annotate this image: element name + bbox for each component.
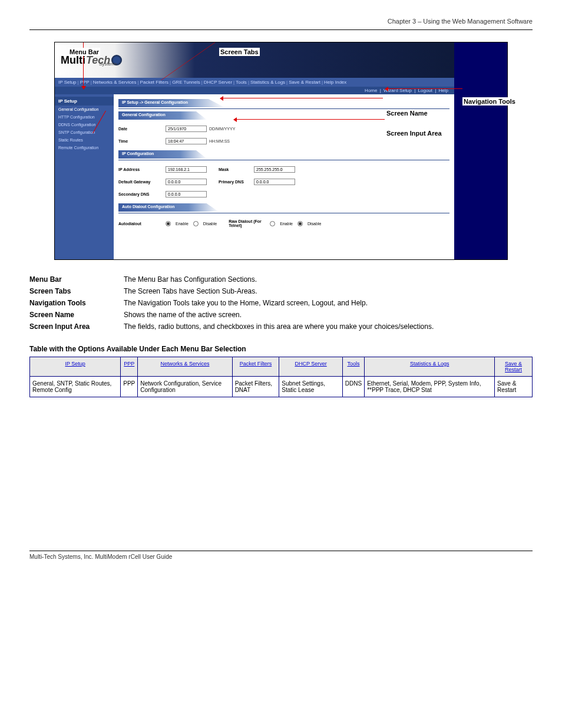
sdns-input[interactable] <box>166 191 207 197</box>
screenshot-panel: Multi Tech Systems IP Setup| PPP| Networ… <box>54 42 508 260</box>
table-header: Tools <box>342 357 364 377</box>
ip-input[interactable] <box>166 166 207 173</box>
overlay-navtools: Navigation Tools <box>462 97 517 106</box>
config-table: IP Setup PPP Networks & Services Packet … <box>29 357 533 397</box>
nav-item[interactable]: Networks & Services <box>93 80 137 85</box>
date-label: Date <box>118 127 166 131</box>
nav-item[interactable]: DHCP Server <box>204 80 232 85</box>
nav-item[interactable]: GRE Tunnels <box>172 80 200 85</box>
nav-item[interactable]: Packet Filters <box>140 80 168 85</box>
arrow-icon <box>386 88 462 89</box>
auto-enable-radio[interactable] <box>166 221 171 226</box>
ip-label: IP Address <box>118 167 166 172</box>
pdns-label: Primary DNS <box>219 180 254 184</box>
caption-label: Screen Input Area <box>29 322 124 331</box>
subnav-home[interactable]: Home <box>365 88 377 93</box>
time-label: Time <box>118 139 166 143</box>
menu-bar[interactable]: IP Setup| PPP| Networks & Services| Pack… <box>55 78 454 87</box>
overlay-screentabs: Screen Tabs <box>219 48 260 56</box>
time-hint: HH:MM:SS <box>209 139 230 143</box>
sidebar-item[interactable]: DDNS Configuration <box>55 121 114 129</box>
table-cell: General, SNTP, Static Routes, Remote Con… <box>30 377 121 397</box>
gw-input[interactable] <box>166 179 207 185</box>
date-input[interactable] <box>166 126 207 132</box>
table-header: PPP <box>121 357 138 377</box>
logo-systems: Systems <box>99 61 117 67</box>
caption-label: Screen Name <box>29 311 124 319</box>
table-cell: Subnet Settings, Static Lease <box>279 377 343 397</box>
caption-label: Menu Bar <box>29 275 124 284</box>
disable-text: Disable <box>203 222 217 226</box>
caption-label: Navigation Tools <box>29 299 124 307</box>
date-hint: DD/MM/YYYY <box>209 127 235 131</box>
table-cell: PPP <box>121 377 138 397</box>
sidebar-item[interactable]: Static Routes <box>55 136 114 144</box>
auto-disable-radio[interactable] <box>193 221 199 226</box>
caption-label: Screen Tabs <box>29 287 124 295</box>
screen-name: IP Setup -> General Configuration <box>118 99 224 107</box>
table-header: IP Setup <box>30 357 121 377</box>
table-cell: DDNS <box>342 377 364 397</box>
mask-input[interactable] <box>254 166 295 173</box>
overlay-inputarea: Screen Input Area <box>385 129 443 137</box>
table-header: Save & Restart <box>495 357 533 377</box>
auto-label: Autodialout <box>118 222 166 226</box>
overlay-menubar: Menu Bar <box>68 48 100 56</box>
nav-item[interactable]: Save & Restart <box>289 80 320 85</box>
table-cell: Ethernet, Serial, Modem, PPP, System Inf… <box>365 377 495 397</box>
right-panel <box>454 42 507 259</box>
nav-item[interactable]: PPP <box>80 80 90 85</box>
raw-disable-radio[interactable] <box>297 221 303 226</box>
gw-label: Default Gateway <box>118 180 166 184</box>
section-header-auto: Auto Dialout Configuration <box>118 203 219 212</box>
section-header-general: General Configuration <box>118 111 207 120</box>
table-cell: Packet Filters, DNAT <box>232 377 279 397</box>
overlay-screenname: Screen Name <box>385 109 429 117</box>
raw-enable-radio[interactable] <box>270 221 275 226</box>
sdns-label: Secondary DNS <box>118 192 166 196</box>
table-cell: Save & Restart <box>495 377 533 397</box>
sidebar-item[interactable]: HTTP Configuration <box>55 113 114 121</box>
navigation-tools: Home | Wizard Setup | Logout | Help <box>55 87 454 94</box>
captions: Menu BarThe Menu Bar has Configuration S… <box>29 275 533 331</box>
disable-text2: Disable <box>308 222 321 226</box>
raw-label: Raw Dialout (For Telnet) <box>229 219 270 228</box>
arrow-icon <box>221 98 383 98</box>
caption-text: The Menu Bar has Configuration Sections. <box>124 275 533 284</box>
page-header: Chapter 3 – Using the Web Management Sof… <box>29 18 533 25</box>
nav-item[interactable]: Tools <box>236 80 247 85</box>
table-header: DHCP Server <box>279 357 343 377</box>
arrow-icon <box>234 119 385 120</box>
caption-text: The Screen Tabs have Section Sub-Areas. <box>124 287 533 295</box>
enable-text2: Enable <box>280 222 293 226</box>
nav-item[interactable]: Help Index <box>324 80 346 85</box>
caption-text: The Navigation Tools take you to the Hom… <box>124 299 533 307</box>
table-title: Table with the Options Available Under E… <box>29 345 533 353</box>
table-cell: Network Configuration, Service Configura… <box>138 377 232 397</box>
nav-item[interactable]: IP Setup <box>58 80 77 85</box>
time-input[interactable] <box>166 138 207 144</box>
pdns-input[interactable] <box>254 179 295 185</box>
mask-label: Mask <box>219 167 254 172</box>
table-header: Packet Filters <box>232 357 279 377</box>
sidebar-header: IP Setup <box>55 97 114 106</box>
nav-item[interactable]: Statistics & Logs <box>250 80 285 85</box>
sidebar-item[interactable]: Remote Configuration <box>55 144 114 151</box>
table-header: Networks & Services <box>138 357 232 377</box>
footer-text: Multi-Tech Systems, Inc. MultiModem rCel… <box>29 554 533 560</box>
sidebar-item[interactable]: SNTP Configuration <box>55 129 114 136</box>
caption-text: Shows the name of the active screen. <box>124 311 533 319</box>
caption-text: The fields, radio buttons, and checkboxe… <box>124 322 533 331</box>
section-header-ip: IP Configuration <box>118 150 207 159</box>
enable-text: Enable <box>176 222 189 226</box>
table-header: Statistics & Logs <box>365 357 495 377</box>
screen-tabs-sidebar: IP Setup General Configuration HTTP Conf… <box>55 94 114 259</box>
